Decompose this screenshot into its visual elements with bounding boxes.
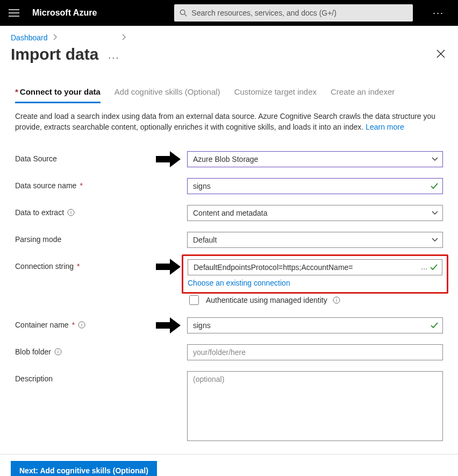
redacted-area — [97, 4, 172, 22]
data-source-name-label: Data source name — [15, 181, 76, 190]
container-name-label: Container name — [15, 321, 69, 329]
tab-cognitive-skills[interactable]: Add cognitive skills (Optional) — [114, 87, 220, 103]
svg-text:i: i — [58, 349, 59, 354]
svg-line-1 — [185, 14, 187, 16]
brand-label: Microsoft Azure — [32, 8, 97, 18]
page-title: Import data — [11, 45, 98, 63]
svg-text:i: i — [70, 210, 71, 215]
container-name-input[interactable] — [187, 317, 443, 333]
search-placeholder: Search resources, services, and docs (G+… — [191, 9, 337, 17]
global-search[interactable]: Search resources, services, and docs (G+… — [174, 4, 413, 22]
valid-check-icon — [430, 182, 439, 193]
data-source-select[interactable]: Azure Blob Storage — [187, 151, 443, 167]
valid-check-icon — [430, 321, 439, 332]
info-icon[interactable]: i — [78, 321, 85, 329]
managed-identity-checkbox[interactable] — [189, 295, 199, 305]
data-to-extract-label: Data to extract — [15, 208, 64, 217]
connection-string-input[interactable] — [188, 259, 442, 275]
blob-folder-input[interactable] — [187, 344, 443, 360]
title-row: Import data ··· — [0, 45, 458, 68]
breadcrumb: Dashboard — [0, 26, 458, 45]
tab-target-index[interactable]: Customize target index — [234, 87, 317, 103]
top-bar: Microsoft Azure Search resources, servic… — [0, 0, 458, 26]
svg-point-0 — [181, 10, 185, 15]
tab-create-indexer[interactable]: Create an indexer — [331, 87, 395, 103]
annotation-arrow-icon — [156, 151, 181, 167]
topbar-more-icon[interactable]: ··· — [427, 8, 449, 19]
parsing-mode-select[interactable]: Default — [187, 232, 443, 248]
info-icon[interactable]: i — [333, 296, 340, 304]
wizard-footer: Next: Add cognitive skills (Optional) — [0, 454, 458, 476]
search-icon — [180, 9, 187, 17]
connection-string-label: Connection string — [15, 262, 74, 271]
svg-text:i: i — [336, 297, 337, 303]
title-more-icon[interactable]: ··· — [108, 52, 119, 63]
info-icon[interactable]: i — [67, 209, 75, 216]
description-textarea[interactable] — [187, 371, 443, 441]
data-source-label: Data Source — [15, 154, 57, 163]
blob-folder-label: Blob folder — [15, 347, 51, 356]
learn-more-link[interactable]: Learn more — [366, 123, 404, 131]
next-button[interactable]: Next: Add cognitive skills (Optional) — [11, 461, 157, 476]
info-icon[interactable]: i — [54, 348, 62, 356]
annotation-arrow-icon — [156, 259, 181, 275]
connect-data-form: Data Source Azure Blob Storage Data sour… — [0, 138, 458, 454]
close-icon[interactable] — [434, 46, 447, 63]
annotation-highlight: ... Choose an existing connection — [182, 254, 448, 294]
annotation-arrow-icon — [156, 317, 181, 333]
tab-description: Create and load a search index using dat… — [0, 103, 458, 138]
data-to-extract-select[interactable]: Content and metadata — [187, 205, 443, 221]
choose-existing-link[interactable]: Choose an existing connection — [188, 279, 290, 287]
description-label: Description — [15, 374, 53, 383]
chevron-right-icon — [53, 33, 58, 42]
hamburger-menu-icon[interactable] — [5, 6, 23, 20]
chevron-right-icon — [122, 33, 126, 42]
tab-connect-data[interactable]: *Connect to your data — [15, 87, 101, 103]
svg-text:i: i — [81, 322, 82, 328]
wizard-tabs: *Connect to your data Add cognitive skil… — [0, 68, 458, 103]
managed-identity-label: Authenticate using managed identity — [206, 296, 327, 304]
parsing-mode-label: Parsing mode — [15, 235, 61, 244]
breadcrumb-dashboard[interactable]: Dashboard — [11, 33, 48, 42]
data-source-name-input[interactable] — [187, 178, 443, 194]
valid-check-icon: ... — [430, 263, 438, 274]
